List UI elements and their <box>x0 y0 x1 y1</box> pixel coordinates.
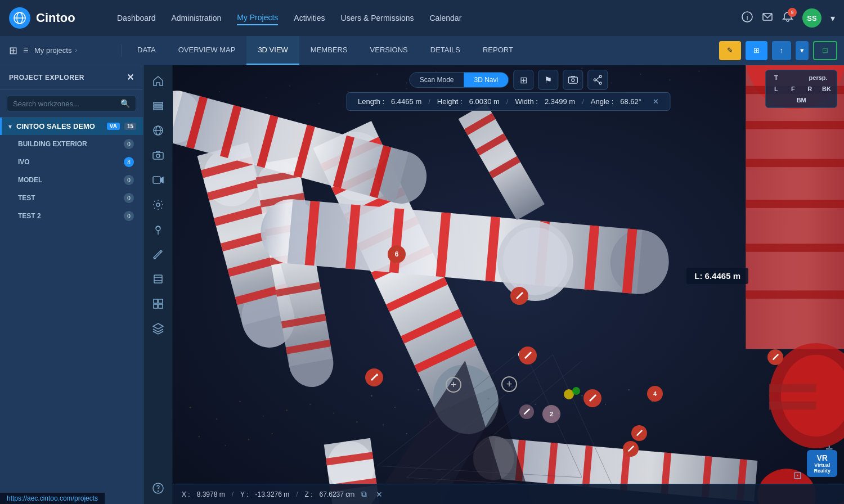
svg-point-169 <box>610 82 612 83</box>
cam-bottom[interactable]: BM <box>768 95 834 105</box>
mail-button[interactable] <box>762 11 773 25</box>
cam-right[interactable]: R <box>802 84 818 94</box>
svg-rect-140 <box>769 384 816 393</box>
tab-3d-view[interactable]: 3D VIEW <box>246 36 299 65</box>
toolbar-layers[interactable] <box>147 94 169 117</box>
svg-point-57 <box>248 439 250 440</box>
svg-text:i: i <box>747 14 748 21</box>
flag-button[interactable]: ⚑ <box>538 70 558 90</box>
marker-bottom-left1[interactable] <box>631 425 647 441</box>
toolbar-globe[interactable] <box>147 119 169 142</box>
svg-rect-120 <box>746 244 844 252</box>
viewport-3d[interactable]: Scan Mode 3D Navi ⊞ ⚑ Length : 6.4465 m … <box>173 65 844 504</box>
camera-button[interactable] <box>563 70 583 90</box>
marker-4[interactable]: 4 <box>647 386 663 402</box>
svg-point-52 <box>309 404 311 405</box>
upload-button[interactable]: ↑ <box>772 41 792 60</box>
project-explorer: PROJECT EXPLORER ✕ 🔍 ▾ CINTOO SALES DEMO… <box>0 65 143 504</box>
cam-back[interactable]: BK <box>819 84 834 94</box>
tab-versions[interactable]: VERSIONS <box>359 36 419 65</box>
expand-icon[interactable]: ⊡ <box>793 469 802 482</box>
scene-background <box>173 65 844 504</box>
width-label: Width : <box>515 97 537 106</box>
coord-copy-button[interactable]: ⧉ <box>361 489 367 499</box>
search-input[interactable] <box>13 100 116 108</box>
marker-bottom-right[interactable] <box>767 349 783 365</box>
tab-overview-map[interactable]: OVERVIEW MAP <box>167 36 247 65</box>
meas-label-text: L: 6.4465 m <box>694 271 740 281</box>
svg-point-170 <box>640 74 641 75</box>
svg-point-183 <box>572 79 574 82</box>
marker-tool5[interactable] <box>519 404 534 419</box>
workzone-ivo[interactable]: IVO 8 <box>0 153 143 171</box>
tools-button[interactable]: ⊞ <box>746 41 767 60</box>
tab-report[interactable]: REPORT <box>472 36 524 65</box>
measurement-close-button[interactable]: ✕ <box>653 97 659 106</box>
breadcrumb-label[interactable]: My projects <box>34 46 71 55</box>
marker-6[interactable]: 6 <box>388 245 406 263</box>
3d-navi-button[interactable]: 3D Navi <box>464 73 509 87</box>
toolbar-help[interactable] <box>147 477 169 500</box>
marker-2-label: 2 <box>550 411 553 417</box>
nav-activities[interactable]: Activities <box>294 11 325 25</box>
marker-4-label: 4 <box>653 390 657 397</box>
notifications-button[interactable]: 9 <box>782 11 793 25</box>
toolbar-pencil[interactable] <box>147 243 169 266</box>
tab-data[interactable]: DATA <box>126 36 167 65</box>
nav-my-projects[interactable]: My Projects <box>237 11 278 25</box>
project-main-item[interactable]: ▾ CINTOO SALES DEMO VA 15 <box>0 118 143 135</box>
marker-tool3[interactable] <box>519 346 537 364</box>
workzone-model[interactable]: MODEL 0 <box>0 171 143 189</box>
marker-tool1[interactable] <box>365 368 383 386</box>
workzone-building-exterior[interactable]: BUILDING EXTERIOR 0 <box>0 135 143 153</box>
toolbar-home[interactable] <box>147 70 169 92</box>
user-avatar[interactable]: SS <box>802 8 821 28</box>
coord-close-button[interactable]: ✕ <box>376 490 383 499</box>
tab-members[interactable]: MEMBERS <box>299 36 359 65</box>
share-button[interactable] <box>587 70 608 90</box>
svg-point-13 <box>156 154 160 158</box>
toolbar-camera[interactable] <box>147 144 169 166</box>
toolbar-stack[interactable] <box>147 317 169 340</box>
tab-details[interactable]: DETAILS <box>419 36 472 65</box>
svg-point-184 <box>599 75 601 78</box>
cam-persp[interactable]: persp. <box>802 73 834 83</box>
toolbar-box[interactable] <box>147 292 169 315</box>
nav-calendar[interactable]: Calendar <box>429 11 461 25</box>
coord-x-value: 8.3978 m <box>197 490 225 498</box>
app-name: Cintoo <box>36 11 75 25</box>
grid-icon: ⊞ <box>9 44 17 57</box>
workzone-test[interactable]: TEST 0 <box>0 189 143 207</box>
nav-administration[interactable]: Administration <box>172 11 222 25</box>
toolbar-settings[interactable] <box>147 194 169 216</box>
workzone-count-2: 0 <box>124 175 134 185</box>
cam-top[interactable]: T <box>768 73 784 83</box>
svg-point-149 <box>488 398 490 399</box>
marker-bottom-left2[interactable] <box>623 441 639 457</box>
scan-mode-button[interactable]: Scan Mode <box>410 73 464 87</box>
vr-badge[interactable]: VR Virtual Reality <box>807 450 837 477</box>
svg-rect-119 <box>746 200 844 208</box>
cam-left[interactable]: L <box>768 84 784 94</box>
toolbar-video[interactable] <box>147 169 169 191</box>
svg-point-168 <box>581 68 582 69</box>
marker-tool2[interactable] <box>510 287 528 305</box>
upload-dropdown-button[interactable]: ▾ <box>796 41 809 60</box>
close-explorer-button[interactable]: ✕ <box>127 72 134 83</box>
svg-line-187 <box>596 77 599 80</box>
vr-reality: Reality <box>814 468 830 474</box>
toolbar-crop[interactable] <box>147 268 169 290</box>
svg-marker-26 <box>153 323 163 329</box>
toolbar-pin[interactable] <box>147 218 169 241</box>
export-button[interactable]: ⊡ <box>813 41 837 60</box>
cam-front[interactable]: F <box>785 84 801 94</box>
annotate-button[interactable]: ✎ <box>719 41 741 60</box>
avatar-chevron[interactable]: ▾ <box>830 13 835 24</box>
marker-tool4[interactable] <box>583 389 601 407</box>
workzone-test2[interactable]: TEST 2 0 <box>0 207 143 225</box>
nav-dashboard[interactable]: Dashboard <box>117 11 156 25</box>
nav-users-permissions[interactable]: Users & Permissions <box>341 11 414 25</box>
info-button[interactable]: i <box>742 11 753 25</box>
grid-view-button[interactable]: ⊞ <box>513 70 533 90</box>
marker-2[interactable]: 2 <box>542 405 560 423</box>
